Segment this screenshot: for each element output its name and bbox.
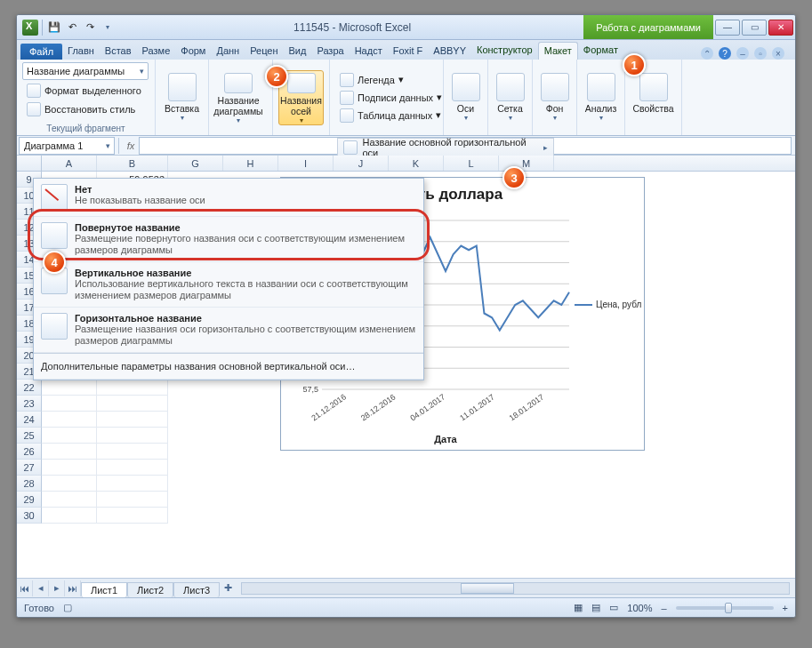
cell[interactable] [42,508,97,524]
cell[interactable] [42,412,97,428]
doc-close-icon[interactable]: × [772,47,784,60]
zoom-level[interactable]: 100% [627,603,652,613]
sheet-tab[interactable]: Лист3 [173,582,220,597]
row-header[interactable]: 23 [17,396,42,412]
analysis-button[interactable]: Анализ▾ [583,70,619,125]
data-table-button[interactable]: Таблица данных ▾ [335,107,446,124]
cell[interactable] [42,396,97,412]
tab-main[interactable]: ABBYY [428,43,471,60]
row-header[interactable]: 28 [17,476,42,492]
dropdown-more-options[interactable]: Дополнительные параметры названия основн… [34,353,423,380]
row-header[interactable]: 26 [17,444,42,460]
tab-file[interactable]: Файл [20,44,62,60]
row-header[interactable]: 30 [17,508,42,524]
macro-record-icon[interactable]: ▢ [63,602,72,613]
tab-main[interactable]: Форм [175,43,211,60]
tab-main[interactable]: Надст [350,43,388,60]
qat-more-icon[interactable]: ▾ [100,20,116,36]
tab-main[interactable]: Главн [62,43,100,60]
chart-title-button[interactable]: Название диаграммы▾ [214,70,262,125]
dropdown-item[interactable]: Горизонтальное названиеРазмещение назван… [34,308,423,353]
cell[interactable] [97,492,168,508]
tab-main[interactable]: Данн [211,43,245,60]
zoom-in-icon[interactable]: + [783,603,788,613]
dropdown-item[interactable]: НетНе показывать название оси [34,179,423,217]
cell[interactable] [42,444,97,460]
row-header[interactable]: 29 [17,492,42,508]
properties-button[interactable]: Свойства [631,70,676,125]
maximize-button[interactable]: ▭ [742,20,767,36]
sheet-nav-next-icon[interactable]: ▸ [49,580,65,596]
cell[interactable] [42,492,97,508]
help-icon[interactable]: ? [719,47,731,60]
tab-context[interactable]: Макет [538,42,578,60]
cell[interactable] [97,476,168,492]
horizontal-scrollbar[interactable] [241,582,790,595]
axes-button[interactable]: Оси▾ [449,70,482,125]
close-button[interactable]: ✕ [768,20,793,36]
new-sheet-icon[interactable]: ✚ [220,580,236,596]
gridlines-button[interactable]: Сетка▾ [494,70,527,125]
cell[interactable] [97,412,168,428]
cell[interactable] [97,380,168,396]
view-normal-icon[interactable]: ▦ [574,602,583,613]
chart-element-selector[interactable]: Название диаграммы [22,62,149,80]
redo-icon[interactable]: ↷ [82,20,98,36]
sheet-nav-last-icon[interactable]: ⏭ [65,580,81,596]
sheet-nav-prev-icon[interactable]: ◂ [33,580,49,596]
tab-context[interactable]: Конструктор [471,42,538,60]
view-pagebreak-icon[interactable]: ▭ [609,602,618,613]
dropdown-item[interactable]: Вертикальное названиеИспользование верти… [34,262,423,308]
tab-main[interactable]: Вид [284,43,312,60]
save-icon[interactable]: 💾 [46,20,62,36]
tab-context[interactable]: Формат [578,42,623,60]
legend-button[interactable]: Легенда ▾ [335,71,446,88]
row-header[interactable]: 25 [17,428,42,444]
submenu-horizontal-axis-title[interactable]: Название основной горизонтальной оси ▸ [337,138,554,157]
col-header[interactable]: G [168,156,223,171]
cell[interactable] [97,428,168,444]
cell[interactable] [42,380,97,396]
row-header[interactable]: 27 [17,460,42,476]
dropdown-item[interactable]: Повернутое названиеРазмещение повернутог… [34,217,423,262]
sheet-nav-first-icon[interactable]: ⏮ [17,580,33,596]
minimize-button[interactable]: — [715,20,740,36]
format-selection-button[interactable]: Формат выделенного [22,82,149,99]
reset-style-button[interactable]: Восстановить стиль [22,100,149,117]
cell[interactable] [42,428,97,444]
cell[interactable] [42,460,97,476]
tab-main[interactable]: Разра [311,43,349,60]
sheet-tab[interactable]: Лист1 [81,582,127,597]
tab-main[interactable]: Встав [100,43,137,60]
insert-button[interactable]: Вставка▾ [161,70,203,125]
tab-main[interactable]: Разме [137,43,176,60]
cell[interactable] [42,476,97,492]
ribbon-collapse-icon[interactable]: ⌃ [701,47,713,60]
fx-icon[interactable]: fx [123,140,139,151]
col-header[interactable]: B [97,156,168,171]
background-button[interactable]: Фон▾ [538,70,571,125]
cell[interactable] [97,460,168,476]
col-header[interactable]: A [42,156,97,171]
tab-main[interactable]: Foxit F [388,43,429,60]
data-labels-button[interactable]: Подписи данных ▾ [335,89,446,106]
col-header[interactable]: K [389,156,444,171]
undo-icon[interactable]: ↶ [64,20,80,36]
view-layout-icon[interactable]: ▤ [591,602,600,613]
tab-main[interactable]: Рецен [245,43,283,60]
sheet-tab[interactable]: Лист2 [127,582,173,597]
zoom-slider[interactable] [676,606,774,610]
col-header[interactable]: I [278,156,334,171]
col-header[interactable]: H [223,156,278,171]
cell[interactable] [97,508,168,524]
col-header[interactable]: L [444,156,499,171]
doc-minimize-icon[interactable]: – [736,47,749,60]
col-header[interactable]: J [334,156,389,171]
name-box[interactable]: Диаграмма 1 [19,137,115,155]
row-header[interactable]: 24 [17,412,42,428]
zoom-out-icon[interactable]: – [661,603,666,613]
cell[interactable] [97,396,168,412]
row-header[interactable]: 22 [17,380,42,396]
cell[interactable] [97,444,168,460]
doc-restore-icon[interactable]: ▫ [754,47,767,60]
